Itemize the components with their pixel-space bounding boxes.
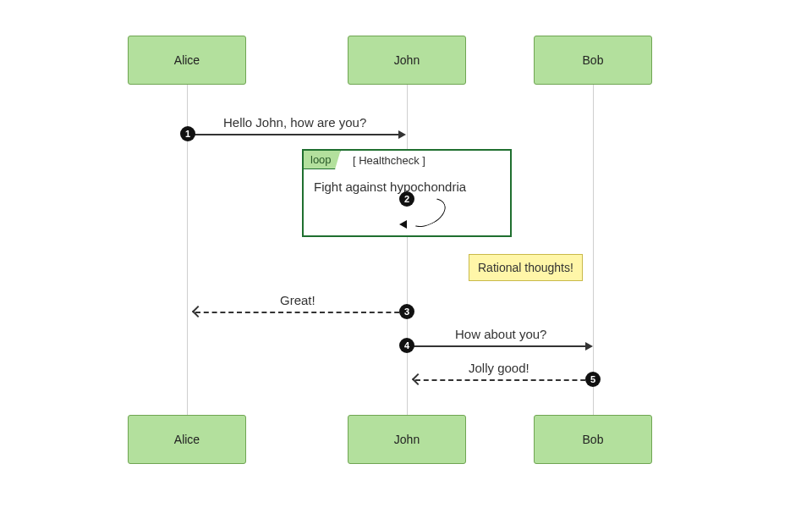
message-label-4: How about you?	[455, 327, 546, 341]
participant-label: John	[394, 433, 420, 446]
note-rational-thoughts: Rational thoughts!	[469, 254, 583, 281]
seqnum-5: 5	[585, 372, 601, 387]
self-message-arrowhead-icon	[399, 220, 407, 229]
message-label-1: Hello John, how are you?	[223, 115, 366, 130]
participant-label: Alice	[174, 433, 200, 446]
message-arrow-3	[195, 312, 408, 313]
seqnum-4: 4	[399, 338, 414, 353]
lifeline-bob	[593, 83, 594, 417]
participant-label: Alice	[174, 53, 200, 67]
participant-bottom-john: John	[348, 415, 466, 464]
loop-body-text: Fight against hypochondria	[314, 179, 466, 194]
participant-top-bob: Bob	[534, 36, 652, 85]
lifeline-john	[407, 83, 408, 417]
seqnum-1: 1	[180, 126, 195, 141]
participant-bottom-alice: Alice	[128, 415, 246, 464]
seqnum-3: 3	[399, 304, 414, 319]
seqnum-2: 2	[399, 191, 414, 207]
message-arrow-5	[415, 379, 594, 381]
participant-top-alice: Alice	[128, 36, 246, 85]
participant-label: Bob	[583, 433, 604, 446]
participant-bottom-bob: Bob	[534, 415, 652, 464]
message-label-3: Great!	[280, 293, 315, 307]
message-label-5: Jolly good!	[469, 361, 529, 375]
message-arrow-4	[408, 345, 585, 347]
message-arrow-1	[188, 134, 398, 135]
participant-label: John	[394, 53, 420, 67]
loop-keyword: loop	[304, 151, 341, 169]
participant-label: Bob	[583, 53, 604, 67]
participant-top-john: John	[348, 36, 466, 85]
loop-condition: [ Healthcheck ]	[353, 154, 425, 167]
note-text: Rational thoughts!	[478, 261, 573, 274]
